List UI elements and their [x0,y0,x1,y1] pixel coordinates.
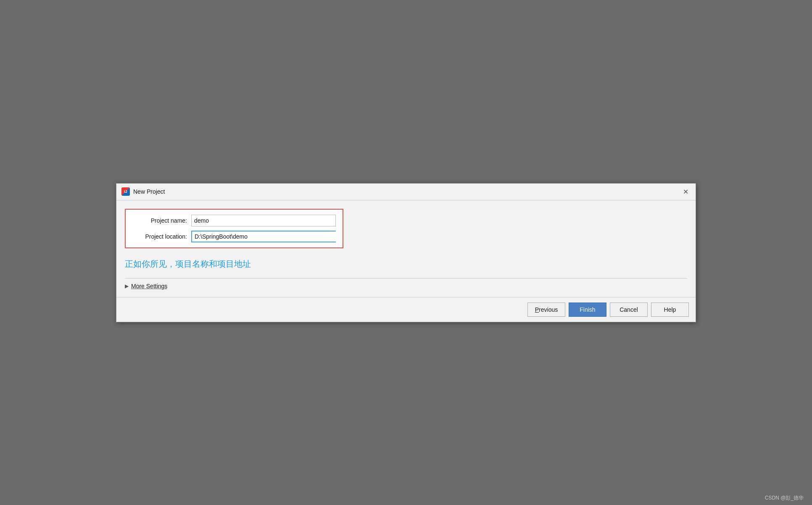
info-text: 正如你所见，项目名称和项目地址 [125,258,687,270]
cancel-label: Cancel [620,306,638,313]
title-bar: IJ New Project ✕ [116,184,696,200]
project-location-label: Project location: [132,233,187,240]
project-location-input[interactable] [191,231,336,242]
chevron-right-icon: ▶ [125,283,129,289]
project-location-row: Project location: [132,231,336,242]
intellij-icon: IJ [121,187,130,196]
project-name-input[interactable] [191,215,336,226]
more-settings-label: More Settings [131,283,167,289]
dialog-content: Project name: Project location: 正如你所见，项目… [116,200,696,297]
more-settings-section[interactable]: ▶ More Settings [125,278,687,293]
dialog-title: New Project [133,188,165,195]
help-label: Help [664,306,676,313]
watermark: CSDN @彭_德华 [765,494,804,502]
close-button[interactable]: ✕ [680,187,691,197]
finish-button[interactable]: Finish [569,302,606,317]
project-name-label: Project name: [132,217,187,224]
project-name-row: Project name: [132,215,336,226]
dialog-footer: Previous Finish Cancel Help [116,297,696,322]
new-project-dialog: IJ New Project ✕ Project name: Project l… [116,183,696,322]
previous-button[interactable]: Previous [527,302,565,317]
previous-label: Previous [535,306,558,313]
app-icon: IJ [121,187,130,196]
finish-label: Finish [580,306,595,313]
location-input-wrapper [191,231,336,242]
title-bar-left: IJ New Project [121,187,165,196]
cancel-button[interactable]: Cancel [610,302,648,317]
form-section: Project name: Project location: [125,209,343,248]
help-button[interactable]: Help [651,302,689,317]
